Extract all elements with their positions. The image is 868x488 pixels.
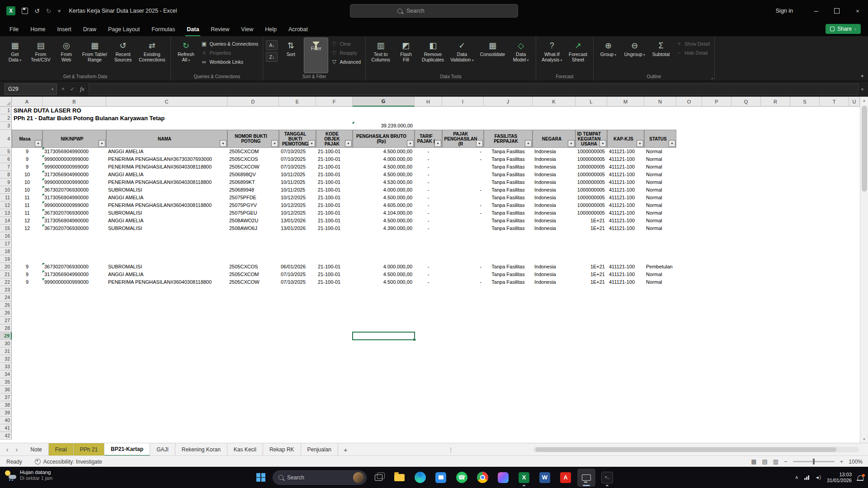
ribbon-tab-review[interactable]: Review <box>205 23 235 36</box>
table-cell[interactable]: 1000000005 <box>576 194 607 202</box>
column-header-t[interactable]: T <box>820 97 849 107</box>
table-cell[interactable]: 3173056904990000 <box>42 271 106 278</box>
column-header-j[interactable]: J <box>484 97 533 107</box>
table-cell[interactable]: 21-100-01 <box>316 278 353 286</box>
table-cell[interactable]: 2505CXCOM <box>227 271 279 278</box>
customize-qat-icon[interactable]: ▾ <box>57 8 61 14</box>
table-cell[interactable]: 1E+21 <box>576 278 607 286</box>
photos-icon[interactable] <box>494 469 512 487</box>
terminal-icon[interactable]: >_ <box>598 469 616 487</box>
table-cell[interactable]: 2508AWO2U <box>227 217 279 225</box>
share-button[interactable]: Share ▾ <box>826 24 861 34</box>
filter-dropdown-icon[interactable]: ▼ <box>669 140 675 147</box>
column-header-g[interactable]: G <box>353 97 415 107</box>
row-header-37[interactable]: 37 <box>0 394 12 401</box>
row-header-15[interactable]: 15 <box>0 225 12 232</box>
sheet-nav-right-icon[interactable]: › <box>16 446 18 453</box>
table-cell[interactable]: Indonesia <box>533 155 576 163</box>
filter-dropdown-icon[interactable]: ▼ <box>220 140 226 147</box>
table-cell[interactable]: Tanpa Fasilitas <box>484 209 533 217</box>
table-cell[interactable]: 4.500.000,00 <box>353 271 415 278</box>
text-to-columns-button[interactable]: ▥Text to Columns <box>368 38 393 73</box>
row-header-18[interactable]: 18 <box>0 248 12 255</box>
row-header-29[interactable]: 29 <box>0 332 12 340</box>
data-validation-button[interactable]: ✓Data Validation ▾ <box>448 38 476 73</box>
column-header-m[interactable]: M <box>607 97 644 107</box>
row-header-26[interactable]: 26 <box>0 309 12 317</box>
table-cell[interactable]: Indonesia <box>533 202 576 209</box>
remove-duplicates-button[interactable]: ◧Remove Duplicates <box>419 38 447 73</box>
table-cell[interactable]: 1000000005 <box>576 155 607 163</box>
whatsapp-icon[interactable]: ☎ <box>453 469 471 487</box>
sheet-tab-gaji[interactable]: GAJI <box>150 443 175 456</box>
taskbar-search[interactable]: Search <box>273 470 367 485</box>
table-cell[interactable]: Tanpa Fasilitas <box>484 163 533 171</box>
table-cell[interactable]: 21-100-01 <box>316 148 353 155</box>
sheet-tabs-menu-icon[interactable]: ⋮ <box>448 443 454 456</box>
expand-formula-bar-icon[interactable]: ▾ <box>861 87 863 92</box>
table-cell[interactable]: - <box>442 202 484 209</box>
table-cell[interactable]: 3173056904990000 <box>42 217 106 225</box>
table-cell[interactable]: - <box>415 271 442 278</box>
table-cell[interactable]: - <box>415 217 442 225</box>
column-header-b[interactable]: B <box>42 97 106 107</box>
row-header-7[interactable]: 7 <box>0 163 12 171</box>
table-cell[interactable]: 2506898QV <box>227 171 279 178</box>
row-header-1[interactable]: 1 <box>0 107 12 114</box>
table-cell[interactable]: 2506899KT <box>227 178 279 186</box>
row-header-36[interactable]: 36 <box>0 386 12 394</box>
page-break-view-icon[interactable]: ▥ <box>773 458 778 465</box>
normal-view-icon[interactable]: ▦ <box>751 458 756 465</box>
table-cell[interactable]: 21-100-01 <box>316 186 353 194</box>
table-cell[interactable]: ANGGI AMELIA <box>106 194 227 202</box>
sheet-tab-bp21-kartap[interactable]: BP21-Kartap <box>104 443 150 456</box>
name-box[interactable]: G29 ▾ <box>5 84 57 95</box>
table-cell[interactable]: 250689948 <box>227 186 279 194</box>
table-cell[interactable]: - <box>442 263 484 271</box>
sort-button[interactable]: ⇅Sort <box>278 38 303 73</box>
table-cell[interactable]: 10/12/2025 <box>279 209 316 217</box>
table-cell[interactable]: 21-100-01 <box>316 194 353 202</box>
table-cell[interactable]: 21-100-01 <box>316 171 353 178</box>
minimize-button[interactable]: ─ <box>806 0 826 22</box>
table-cell[interactable]: 21-100-01 <box>316 163 353 171</box>
table-cell[interactable]: 4.500.000,00 <box>353 278 415 286</box>
column-header-k[interactable]: K <box>533 97 576 107</box>
vertical-scroll-thumb[interactable] <box>862 106 867 192</box>
redo-icon[interactable]: ↻ <box>46 8 52 14</box>
network-icon[interactable] <box>804 475 809 480</box>
collapse-ribbon-icon[interactable]: ▾ <box>861 73 863 79</box>
row-header-34[interactable]: 34 <box>0 371 12 378</box>
ribbon-tab-file[interactable]: File <box>4 23 24 36</box>
ribbon-tab-formulas[interactable]: Formulas <box>146 23 181 36</box>
row-header-21[interactable]: 21 <box>0 271 12 278</box>
table-cell[interactable]: 3673020706930000 <box>42 186 106 194</box>
table-cell[interactable]: 25075PGYV <box>227 202 279 209</box>
table-cell[interactable]: Indonesia <box>533 278 576 286</box>
store-icon[interactable] <box>432 469 450 487</box>
table-cell[interactable]: Normal <box>644 278 676 286</box>
scroll-down-icon[interactable]: ▼ <box>860 436 868 443</box>
row-header-27[interactable]: 27 <box>0 317 12 324</box>
sheet-tab-kas-kecil[interactable]: Kas Kecil <box>227 443 263 456</box>
table-cell[interactable]: 1000000005 <box>576 202 607 209</box>
table-cell[interactable]: 1000000005 <box>576 171 607 178</box>
table-cell[interactable]: 9 <box>12 263 42 271</box>
filter-dropdown-icon[interactable]: ▼ <box>271 140 278 147</box>
table-cell[interactable]: Normal <box>644 225 676 232</box>
table-cell[interactable]: 411121-100 <box>607 202 644 209</box>
table-header-negara[interactable]: NEGARA▼ <box>533 130 576 148</box>
table-header-tanggal-bukti-pemotong[interactable]: TANGGAL BUKTI PEMOTONG▼ <box>279 130 316 148</box>
table-cell[interactable]: - <box>415 148 442 155</box>
table-cell[interactable]: 07/10/2025 <box>279 278 316 286</box>
table-cell[interactable]: 21-100-01 <box>316 217 353 225</box>
accessibility-status[interactable]: Accessibility: Investigate <box>35 459 102 465</box>
chrome-icon[interactable] <box>473 469 491 487</box>
table-cell[interactable]: Tanpa Fasilitas <box>484 263 533 271</box>
zoom-slider[interactable] <box>793 461 835 462</box>
filter-dropdown-icon[interactable]: ▼ <box>476 140 483 147</box>
row-header-4[interactable]: 4 <box>0 130 12 148</box>
table-cell[interactable]: 9990000000999000 <box>42 202 106 209</box>
ribbon-tab-data[interactable]: Data <box>181 23 205 36</box>
insert-function-icon[interactable]: fx <box>80 85 84 93</box>
